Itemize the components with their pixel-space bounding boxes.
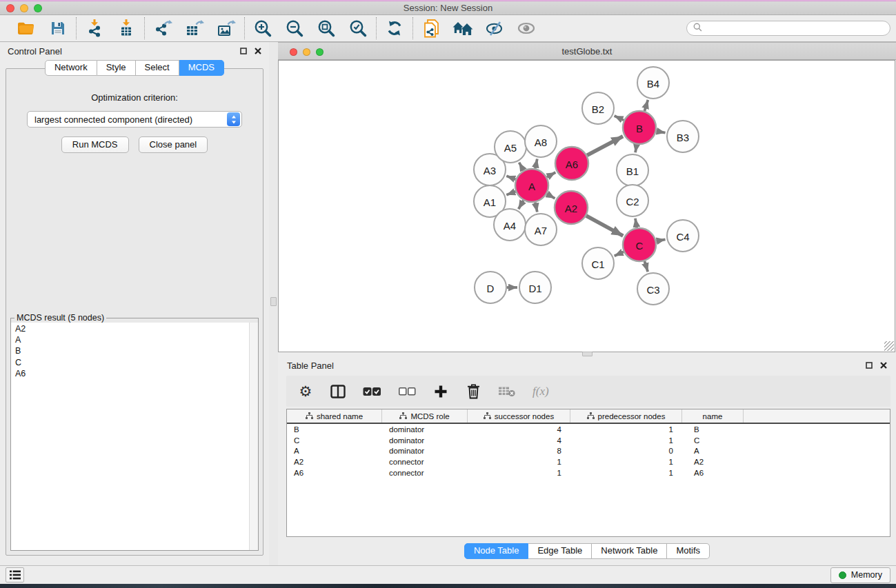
tab-motifs[interactable]: Motifs	[667, 543, 710, 559]
tab-edge-table[interactable]: Edge Table	[528, 543, 592, 559]
graph-edge[interactable]	[506, 176, 515, 179]
result-item[interactable]: B	[15, 345, 254, 356]
open-session-file-icon[interactable]	[421, 18, 441, 39]
float-panel-icon[interactable]	[240, 46, 247, 57]
graph-node-A6[interactable]: A6	[555, 147, 588, 180]
graph-edge[interactable]	[587, 136, 623, 156]
column-header-predecessor-nodes[interactable]: predecessor nodes	[570, 409, 682, 423]
graph-edge[interactable]	[519, 163, 524, 170]
table-row[interactable]: A2connector11A2	[287, 456, 890, 467]
graph-edge[interactable]	[535, 159, 537, 169]
network-close-button[interactable]	[290, 48, 297, 56]
graph-edge[interactable]	[519, 201, 524, 210]
table-row[interactable]: Adominator80A	[287, 446, 890, 457]
panel-divider[interactable]	[269, 42, 278, 565]
graph-edge[interactable]	[586, 216, 623, 236]
graph-node-C4[interactable]: C4	[667, 220, 699, 252]
result-item[interactable]: A	[15, 334, 254, 345]
float-table-panel-icon[interactable]	[866, 361, 873, 371]
column-header-shared-name[interactable]: shared name	[287, 409, 382, 423]
table-row[interactable]: Cdominator41C	[287, 435, 890, 446]
graph-node-B[interactable]: B	[623, 111, 656, 144]
tab-network[interactable]: Network	[45, 60, 97, 76]
minimize-window-button[interactable]	[20, 4, 28, 12]
result-item[interactable]: C	[15, 357, 254, 368]
network-minimize-button[interactable]	[303, 48, 310, 56]
export-image-icon[interactable]	[216, 18, 237, 39]
split-panel-icon[interactable]	[330, 383, 346, 401]
graph-node-A2[interactable]: A2	[555, 191, 588, 224]
zoom-selected-icon[interactable]	[348, 18, 368, 39]
tab-network-table[interactable]: Network Table	[592, 543, 667, 559]
graph-edge[interactable]	[615, 252, 624, 256]
deselect-all-icon[interactable]	[399, 383, 416, 401]
graph-node-B4[interactable]: B4	[637, 67, 669, 99]
graph-edge[interactable]	[635, 219, 637, 228]
tab-mcds[interactable]: MCDS	[179, 60, 224, 76]
zoom-out-icon[interactable]	[284, 18, 305, 39]
close-panel-icon[interactable]	[255, 46, 261, 57]
select-all-icon[interactable]	[363, 383, 381, 401]
graph-node-A5[interactable]: A5	[495, 131, 526, 163]
graph-node-C1[interactable]: C1	[582, 247, 614, 279]
run-mcds-button[interactable]: Run MCDS	[61, 136, 129, 153]
column-header-mcds-role[interactable]: MCDS role	[382, 409, 468, 423]
graph-edge[interactable]	[547, 194, 555, 199]
divider-grip[interactable]	[270, 297, 277, 306]
search-input[interactable]	[706, 23, 884, 34]
import-table-icon[interactable]	[116, 18, 137, 39]
search-field[interactable]	[686, 21, 890, 36]
graph-edge[interactable]	[547, 172, 556, 177]
graph-node-D1[interactable]: D1	[519, 272, 551, 303]
close-table-panel-icon[interactable]	[880, 361, 887, 371]
memory-button[interactable]: Memory	[830, 567, 890, 583]
refresh-view-icon[interactable]	[384, 18, 405, 39]
graph-node-B2[interactable]: B2	[582, 92, 614, 124]
import-network-icon[interactable]	[84, 18, 105, 39]
network-zoom-button[interactable]	[316, 48, 323, 56]
zoom-in-icon[interactable]	[252, 18, 273, 39]
table-row[interactable]: Bdominator41B	[287, 424, 890, 435]
open-file-icon[interactable]	[16, 18, 37, 39]
show-graphics-details-icon[interactable]	[516, 18, 537, 39]
attribute-settings-icon[interactable]: ⚙	[298, 383, 313, 401]
home-icon[interactable]	[452, 18, 473, 39]
graph-edge[interactable]	[535, 203, 537, 212]
graph-node-C2[interactable]: C2	[617, 185, 648, 216]
graph-node-B3[interactable]: B3	[667, 121, 699, 152]
criterion-select[interactable]: largest connected component (directed)	[27, 111, 242, 128]
column-header-name[interactable]: name	[682, 409, 744, 423]
graph-edge[interactable]	[645, 261, 648, 272]
hide-graphics-details-icon[interactable]	[484, 18, 505, 39]
graph-edge[interactable]	[657, 131, 666, 133]
graph-node-A4[interactable]: A4	[494, 209, 526, 241]
tab-node-table[interactable]: Node Table	[464, 543, 529, 559]
graph-node-A[interactable]: A	[515, 169, 548, 202]
zoom-fit-icon[interactable]	[316, 18, 337, 39]
table-row[interactable]: A6connector11A6	[287, 467, 890, 478]
network-canvas[interactable]: AA1A3A5A8A4A7A6A2BB1B2B3B4CC1C2C3C4DD1	[278, 60, 895, 352]
export-table-icon[interactable]	[184, 18, 205, 39]
delete-column-icon[interactable]	[466, 383, 481, 401]
graph-edge[interactable]	[657, 239, 666, 241]
add-column-icon[interactable]	[433, 383, 448, 401]
zoom-window-button[interactable]	[34, 4, 42, 12]
close-panel-button[interactable]: Close panel	[139, 136, 208, 153]
split-divider-grip[interactable]	[582, 352, 593, 356]
graph-node-C[interactable]: C	[623, 228, 656, 261]
graph-edge[interactable]	[615, 116, 624, 120]
graph-node-B1[interactable]: B1	[617, 154, 648, 186]
window-resize-grip[interactable]	[884, 341, 894, 351]
graph-node-A7[interactable]: A7	[525, 214, 557, 245]
graph-edge[interactable]	[635, 145, 637, 153]
close-window-button[interactable]	[6, 4, 14, 12]
tab-style[interactable]: Style	[97, 60, 136, 76]
graph-node-D[interactable]: D	[475, 272, 506, 303]
column-header-successor-nodes[interactable]: successor nodes	[468, 409, 570, 423]
graph-node-C3[interactable]: C3	[637, 273, 669, 305]
tab-select[interactable]: Select	[136, 60, 179, 76]
result-item[interactable]: A2	[15, 323, 254, 334]
graph-edge[interactable]	[506, 192, 515, 195]
task-history-button[interactable]	[6, 567, 24, 582]
result-item[interactable]: A6	[15, 368, 254, 379]
